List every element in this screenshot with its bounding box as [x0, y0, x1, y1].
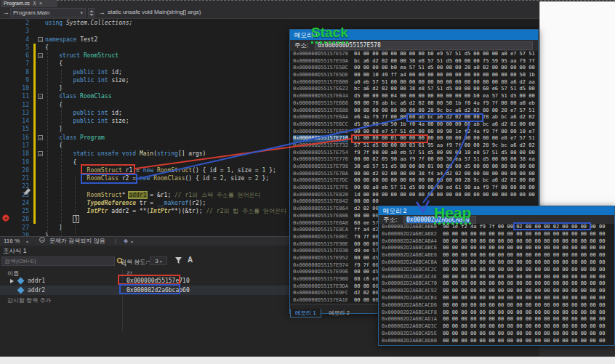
filter-funnel-icon[interactable]	[174, 256, 182, 264]
outline-margin[interactable]	[35, 27, 45, 35]
breakpoint-margin[interactable]	[0, 150, 13, 158]
memory-row[interactable]: 0x000002D2A6BCABE800 00 00 00 00 00 00 0…	[379, 252, 614, 259]
collapse-icon[interactable]: −	[38, 53, 43, 58]
pin-icon[interactable]: ⊼	[33, 1, 36, 6]
memory-row[interactable]: 0x000002D2A6BCAB6090 1e f2 4a f9 7f 00 0…	[379, 224, 614, 231]
outline-margin[interactable]	[35, 182, 45, 190]
outline-margin[interactable]	[35, 68, 45, 76]
outline-margin[interactable]	[35, 166, 45, 174]
memory-row[interactable]: 0x000002D2A6BCAD1A00 00 00 00 00 00 00 0…	[379, 316, 614, 323]
memory2-title-bar[interactable]: 메모리 2	[379, 206, 614, 215]
outline-margin[interactable]	[35, 84, 45, 92]
memory-row[interactable]: 0x000002D2A6BCACD600 00 00 00 00 00 00 0…	[379, 302, 614, 310]
collapse-icon[interactable]: −	[38, 94, 43, 99]
memory-row[interactable]: 0x000002D2A6BCAC0A00 00 00 00 00 00 00 0…	[379, 259, 614, 267]
breakpoint-icon[interactable]	[2, 214, 9, 222]
memory-row[interactable]: 0x000000D55157E77600 00 82 05 90 aa f9 7…	[290, 156, 538, 163]
breakpoint-margin[interactable]	[0, 224, 13, 232]
memory-row[interactable]: 0x000000D55157E59Abc a6 d2 02 00 00 38 e…	[290, 58, 538, 65]
search-depth-select[interactable]: 3 ▾	[150, 256, 167, 265]
memory-row[interactable]: 0x000000D55157E6CCd5 00 00 00 50 1b f0 4…	[290, 121, 538, 129]
nav-spinner[interactable]	[88, 8, 95, 17]
memory-row[interactable]: 0x000002D2A6BCAC4E00 00 00 00 00 00 00 0…	[379, 274, 614, 281]
outline-margin[interactable]	[35, 101, 45, 109]
match-case-icon[interactable]: A	[188, 256, 193, 264]
close-icon[interactable]: ×	[39, 1, 42, 6]
outline-margin[interactable]	[35, 207, 45, 215]
outline-margin[interactable]	[35, 215, 45, 223]
watch-add-item-row[interactable]: 감시할 항목 추가	[7, 296, 51, 304]
zoom-level-select[interactable]: 116 %	[4, 237, 20, 246]
memory-row[interactable]: 0x000000D55157E644d5 00 00 00 04 00 00 0…	[290, 93, 538, 100]
outline-margin[interactable]	[35, 174, 45, 182]
memory-row[interactable]: 0x000000D55157E7BA00 00 d2 02 00 00 00 3…	[290, 171, 538, 178]
type-dropdown[interactable]: Program.Main ▾	[10, 8, 86, 17]
code-health-icon[interactable]	[39, 237, 45, 243]
breakpoint-margin[interactable]	[0, 166, 13, 174]
breakpoint-margin[interactable]	[0, 101, 13, 109]
breakpoint-margin[interactable]	[0, 182, 13, 190]
outline-margin[interactable]: −	[35, 92, 45, 100]
breakpoint-margin[interactable]	[0, 84, 13, 92]
memory-row[interactable]: 0x000000D55157E57804 00 00 00 00 00 00 0…	[290, 51, 538, 58]
breakpoint-margin[interactable]	[0, 60, 13, 68]
memory-row[interactable]: 0x000000D55157E7FE00 00 a0 eb 57 51 d5 0…	[290, 185, 538, 192]
outline-margin[interactable]	[35, 117, 45, 125]
outline-margin[interactable]: −	[35, 134, 45, 142]
expand-arrow-icon[interactable]	[10, 279, 14, 283]
memory-row[interactable]: 0x000002D2A6BCAC7000 00 00 00 00 00 00 0…	[379, 280, 614, 288]
code-line[interactable]: 2using System.Collections;	[0, 19, 539, 27]
memory-row[interactable]: 0x000000D55157E6EE00 00 08 e7 57 51 d5 0…	[290, 129, 538, 136]
tab-memory-1[interactable]: 메모리 1	[290, 309, 321, 318]
memory-row[interactable]: 0x000000D55157E84200 00 00	[290, 198, 538, 206]
memory-row[interactable]: 0x000000D55157E6AAe6 4a f9 7f 00 00 60 a…	[290, 114, 538, 121]
memory-row[interactable]: 0x000000D55157E5DE00 00 10 49 ff a4 00 0…	[290, 72, 538, 79]
memory-row[interactable]: 0x000000D55157E622bc a6 d2 02 00 00 38 e…	[290, 86, 538, 93]
breakpoint-margin[interactable]	[0, 27, 13, 35]
memory-row[interactable]: 0x000000D55157E600a0 eb 57 51 00 00 00 0…	[290, 79, 538, 86]
breakpoint-margin[interactable]	[0, 125, 13, 133]
memory-row[interactable]: 0x000002D2A6BCABC600 00 00 00 00 00 00 0…	[379, 245, 614, 252]
outline-margin[interactable]	[35, 19, 45, 27]
outline-margin[interactable]	[35, 142, 45, 150]
memory-row[interactable]: 0x000002D2A6BCACB400 00 00 00 00 00 00 0…	[379, 295, 614, 302]
outline-margin[interactable]	[35, 158, 45, 166]
breakpoint-margin[interactable]	[0, 52, 13, 60]
outline-margin[interactable]	[35, 199, 45, 207]
outline-margin[interactable]	[35, 109, 45, 117]
search-input[interactable]: 검색(Ctrl+E)	[1, 256, 115, 266]
breakpoint-margin[interactable]	[0, 68, 13, 76]
outline-margin[interactable]: −	[35, 150, 45, 158]
breakpoint-margin[interactable]	[0, 199, 13, 207]
tab-memory-2[interactable]: 메모리 2	[324, 309, 354, 317]
outline-margin[interactable]	[35, 76, 45, 84]
memory-row[interactable]: 0x000000D55157E79830 e8 57 51 d5 00 00 0…	[290, 163, 538, 171]
outline-margin[interactable]	[35, 224, 45, 232]
editor-status-icon[interactable]: ◈	[124, 237, 128, 246]
memory-row[interactable]: 0x000000D55157E73257 51 d5 00 00 00 03 6…	[290, 142, 538, 150]
memory-row[interactable]: 0x000000D55157E7DC00 00 00 00 00 00 00 0…	[290, 177, 538, 185]
memory-row[interactable]: 0x000000D55157E71001 00 00 00 01 00 00 0…	[290, 135, 538, 142]
memory-row[interactable]: 0x000002D2A6BCABA400 00 00 00 00 00 00 0…	[379, 238, 614, 246]
breakpoint-margin[interactable]	[0, 134, 13, 142]
collapse-icon[interactable]: −	[38, 151, 43, 156]
collapse-icon[interactable]: −	[38, 37, 43, 42]
collapse-icon[interactable]: −	[38, 135, 43, 140]
outline-margin[interactable]	[35, 60, 45, 68]
breakpoint-margin[interactable]	[0, 109, 13, 117]
memory-row[interactable]: 0x000002D2A6BCAB8200 00 00 00 00 00 00 0…	[379, 231, 614, 238]
memory-row[interactable]: 0x000000D55157E68800 00 00 00 00 00 00 0…	[290, 108, 538, 115]
breakpoint-margin[interactable]	[0, 76, 13, 84]
outline-margin[interactable]	[35, 125, 45, 133]
memory-row[interactable]: 0x000002D2A6BCACF800 00 00 00 00 00 00 0…	[379, 310, 614, 317]
memory-row[interactable]: 0x000002D2A6BCAD8000 00 00 00 00 00 00 0…	[379, 338, 614, 345]
breakpoint-margin[interactable]	[0, 191, 13, 199]
memory-row[interactable]: 0x000000D55157E754f9 7f 00 00 a0 eb 57 5…	[290, 150, 538, 157]
outline-margin[interactable]: −	[35, 52, 45, 60]
breakpoint-margin[interactable]	[0, 19, 13, 27]
memory-row[interactable]: 0x000002D2A6BCAD3C00 00 00 00 00 00 00 0…	[379, 323, 614, 331]
memory-row[interactable]: 0x000002D2A6BCAC9200 00 00 00 00 00 00 0…	[379, 288, 614, 295]
outline-margin[interactable]: −	[35, 36, 45, 44]
breakpoint-margin[interactable]	[0, 142, 13, 150]
breakpoint-margin[interactable]	[0, 174, 13, 182]
